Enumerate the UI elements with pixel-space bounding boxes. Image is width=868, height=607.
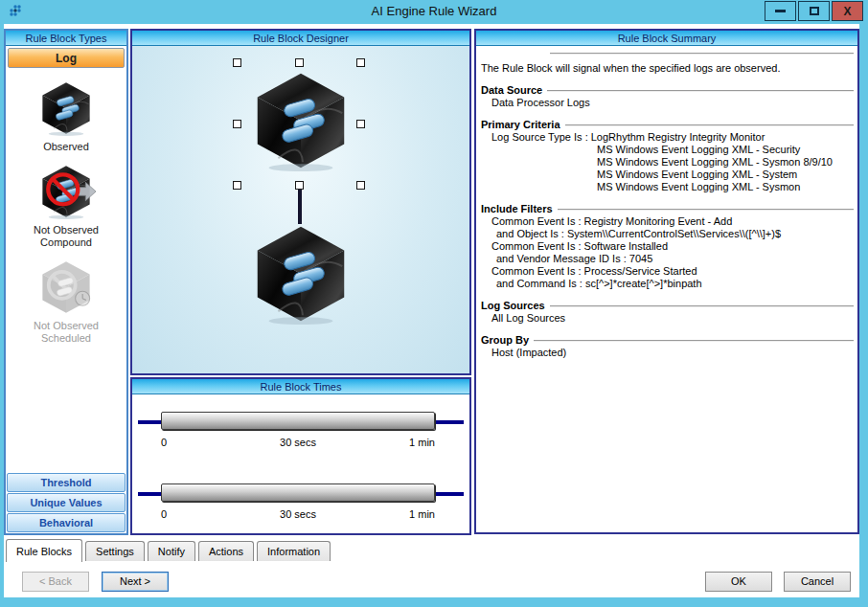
window-title: AI Engine Rule Wizard [0,4,868,18]
section-line: Log Source Type Is : LogRhythm Registry … [481,131,854,144]
section-title: Primary Criteria [481,119,854,131]
rule-block-type-not-observed-scheduled: Not Observed Scheduled [6,259,126,345]
rule-block-designer-panel: Rule Block Designer [130,29,471,375]
tab-notify[interactable]: Notify [148,541,195,561]
minimize-icon [775,10,786,12]
not-observed-scheduled-cube-icon [34,259,98,316]
section-title: Group By [481,334,854,347]
section-line: MS Windows Event Logging XML - Security [481,144,854,156]
section-line: MS Windows Event Logging XML - Sysmon 8/… [481,156,854,169]
not-observed-compound-cube-icon [34,163,98,220]
rule-block-summary-header: Rule Block Summary [476,31,857,46]
wizard-tab-bar: Rule Blocks Settings Notify Actions Info… [6,538,333,562]
slider-range-bar[interactable] [161,483,435,502]
rule-block-designer-header: Rule Block Designer [132,31,469,46]
selection-handle[interactable] [295,58,304,67]
section-title: Include Filters [481,203,854,215]
back-button[interactable]: < Back [22,572,89,592]
ai-engine-rule-wizard-window: AI Engine Rule Wizard X Rule Block Types… [0,0,868,607]
unique-values-category-button[interactable]: Unique Values [7,493,126,512]
rule-block-types-panel: Rule Block Types Log Observed Not Observ… [4,29,128,535]
selection-handle[interactable] [356,181,365,190]
rule-block-summary-panel: Rule Block Summary The Rule Block will s… [474,29,859,534]
rule-block-times-header: Rule Block Times [132,379,469,394]
slider-range-bar[interactable] [161,412,435,430]
selection-handle[interactable] [295,181,304,190]
next-button[interactable]: Next > [102,572,169,592]
selection-handle[interactable] [233,58,241,67]
titlebar[interactable]: AI Engine Rule Wizard X [0,0,868,24]
rule-block-types-header: Rule Block Types [6,31,126,46]
maximize-icon [810,7,819,15]
summary-section-log-sources: Log Sources All Log Sources [481,300,854,325]
selection-handle[interactable] [233,181,241,190]
not-observed-compound-label: Not Observed Compound [18,224,114,249]
selection-handle[interactable] [356,120,365,128]
time-slider-1: 0 30 secs 1 min [138,408,464,454]
slider-end-label: 1 min [409,437,435,448]
summary-section-data-source: Data Source Data Processor Logs [481,84,854,109]
section-line: Common Event Is : Process/Service Starte… [481,265,854,278]
tab-settings[interactable]: Settings [85,541,145,561]
summary-section-group-by: Group By Host (Impacted) [481,334,854,359]
slider-mid-label: 30 secs [161,508,435,520]
slider-mid-label: 30 secs [161,437,435,448]
observed-label: Observed [18,141,114,153]
section-line: Data Processor Logs [481,97,854,109]
section-line: and Vendor Message ID Is : 7045 [481,253,854,265]
section-line: Common Event Is : Registry Monitoring Ev… [481,215,854,228]
not-observed-scheduled-label: Not Observed Scheduled [18,320,114,345]
selection-handle[interactable] [356,58,365,67]
rule-block-2-cube[interactable] [244,220,357,327]
tab-actions[interactable]: Actions [198,541,254,561]
tab-rule-blocks[interactable]: Rule Blocks [6,539,82,562]
close-button[interactable]: X [832,1,863,21]
slider-end-label: 1 min [409,508,435,520]
window-controls: X [765,1,863,21]
close-icon: X [843,5,851,18]
selection-handle[interactable] [233,120,241,128]
tab-information[interactable]: Information [257,541,331,561]
section-title: Log Sources [481,300,854,312]
observed-cube-icon [34,79,98,137]
rule-block-1-cube[interactable] [244,67,357,174]
summary-section-primary-criteria: Primary Criteria Log Source Type Is : Lo… [481,119,854,193]
rule-block-type-observed[interactable]: Observed [6,79,126,153]
slider-labels: 0 30 secs 1 min [161,437,435,450]
rule-block-type-not-observed-compound[interactable]: Not Observed Compound [6,163,126,249]
log-category-button[interactable]: Log [8,48,125,68]
summary-intro-text: The Rule Block will signal when the spec… [481,62,854,75]
section-line: MS Windows Event Logging XML - System [481,169,854,181]
designer-canvas[interactable] [132,46,469,373]
rule-block-connector-line [298,190,302,224]
ok-button[interactable]: OK [705,572,772,592]
rule-block-times-panel: Rule Block Times 0 30 secs 1 min 0 30 se… [130,377,471,535]
summary-body: The Rule Block will signal when the spec… [476,46,857,532]
section-line: and Command Is : sc[^>]*create[^>]*binpa… [481,278,854,290]
section-title: Data Source [481,84,854,97]
section-line: MS Windows Event Logging XML - Sysmon [481,181,854,193]
section-line: All Log Sources [481,312,854,325]
summary-section-include-filters: Include Filters Common Event Is : Regist… [481,203,854,290]
slider-labels: 0 30 secs 1 min [161,508,435,522]
minimize-button[interactable] [765,1,796,21]
section-line: Host (Impacted) [481,347,854,359]
cancel-button[interactable]: Cancel [784,572,851,592]
maximize-button[interactable] [798,1,830,21]
section-line: and Object Is : System\\CurrentControlSe… [481,228,854,240]
time-slider-2: 0 30 secs 1 min [138,480,464,526]
left-panel-spacer [6,345,126,473]
summary-top-rule [550,53,854,55]
section-line: Common Event Is : Software Installed [481,240,854,253]
threshold-category-button[interactable]: Threshold [7,473,126,492]
behavioral-category-button[interactable]: Behavioral [7,513,126,532]
